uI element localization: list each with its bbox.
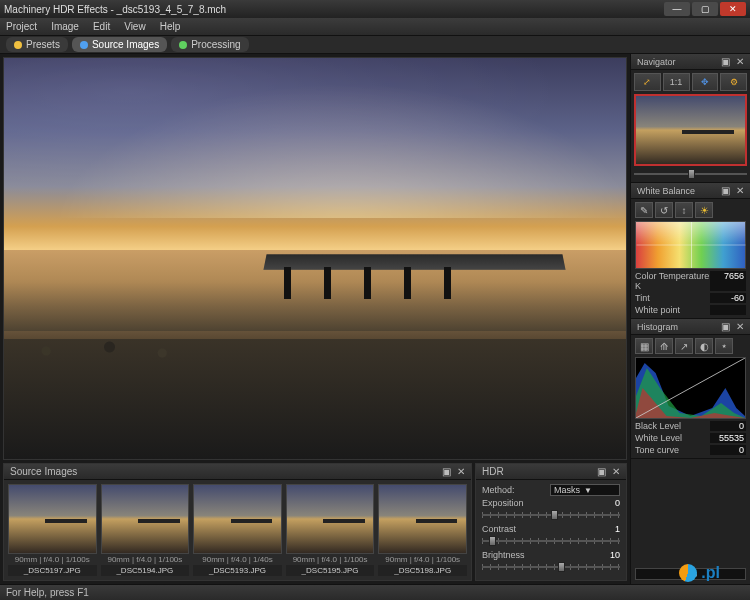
curve-icon[interactable]: ⟰ [655, 338, 673, 354]
white-balance-panel: White Balance▣✕ ✎ ↺ ↕ ☀ Color Temperatur… [631, 183, 750, 319]
collapse-icon[interactable]: ✕ [736, 185, 744, 196]
status-bar: For Help, press F1 [0, 584, 750, 600]
method-select[interactable]: Masks▼ [550, 484, 620, 496]
star-icon[interactable]: ⭑ [715, 338, 733, 354]
thumb-filename: _DSC5198.JPG [378, 565, 467, 576]
histogram-panel: Histogram▣✕ ▦ ⟰ ↗ ◐ ⭑ Bla [631, 319, 750, 459]
hist-label: White Level [635, 433, 710, 443]
collapse-icon[interactable]: ✕ [457, 466, 465, 477]
title-bar: Machinery HDR Effects - _dsc5193_4_5_7_8… [0, 0, 750, 18]
param-value: 0 [586, 498, 620, 508]
param-slider[interactable] [482, 536, 620, 546]
tab-source-images[interactable]: Source Images [72, 37, 167, 52]
param-slider[interactable] [482, 562, 620, 572]
param-value: 1 [586, 524, 620, 534]
menu-edit[interactable]: Edit [93, 21, 110, 32]
undock-icon[interactable]: ▣ [597, 466, 606, 477]
undock-icon[interactable]: ▣ [721, 56, 730, 67]
method-label: Method: [482, 485, 550, 495]
menu-view[interactable]: View [124, 21, 146, 32]
param-slider[interactable] [482, 510, 620, 520]
collapse-icon[interactable]: ✕ [612, 466, 620, 477]
undock-icon[interactable]: ▣ [442, 466, 451, 477]
hdr-panel: HDR ▣ ✕ Method: Masks▼ Exposition0Contra… [475, 463, 627, 581]
collapse-icon[interactable]: ✕ [736, 56, 744, 67]
color-temperature-chart[interactable] [635, 221, 746, 269]
histogram-mode-icon[interactable]: ▦ [635, 338, 653, 354]
hist-value[interactable]: 0 [710, 445, 746, 455]
source-thumbnails: 90mm | f/4.0 | 1/100s_DSC5197.JPG90mm | … [4, 480, 471, 580]
undock-icon[interactable]: ▣ [721, 185, 730, 196]
tab-presets[interactable]: Presets [6, 37, 68, 52]
source-thumb[interactable]: 90mm | f/4.0 | 1/40s_DSC5193.JPG [193, 484, 282, 576]
zoom-100-button[interactable]: 1:1 [663, 73, 690, 91]
thumb-meta: 90mm | f/4.0 | 1/100s [101, 554, 190, 565]
thumb-filename: _DSC5193.JPG [193, 565, 282, 576]
undock-icon[interactable]: ▣ [721, 321, 730, 332]
menu-image[interactable]: Image [51, 21, 79, 32]
navigator-panel: Navigator▣✕ ⤢ 1:1 ✥ ⚙ [631, 54, 750, 183]
wb-label: White point [635, 305, 710, 315]
thumb-meta: 90mm | f/4.0 | 1/40s [193, 554, 282, 565]
wb-label: Color Temperature K [635, 271, 710, 291]
source-thumb[interactable]: 90mm | f/4.0 | 1/100s_DSC5197.JPG [8, 484, 97, 576]
settings-button[interactable]: ⚙ [720, 73, 747, 91]
zoom-slider[interactable] [634, 169, 747, 179]
menu-help[interactable]: Help [160, 21, 181, 32]
status-text: For Help, press F1 [6, 587, 89, 598]
close-button[interactable]: ✕ [720, 2, 746, 16]
auto-wb-icon[interactable]: ↕ [675, 202, 693, 218]
source-thumb[interactable]: 90mm | f/4.0 | 1/100s_DSC5195.JPG [286, 484, 375, 576]
param-label: Brightness [482, 550, 586, 560]
wb-label: Tint [635, 293, 710, 303]
histogram-chart[interactable] [635, 357, 746, 419]
swirl-icon [679, 564, 697, 582]
collapse-icon[interactable]: ✕ [736, 321, 744, 332]
thumb-meta: 90mm | f/4.0 | 1/100s [8, 554, 97, 565]
eyedropper-icon[interactable]: ✎ [635, 202, 653, 218]
navigator-thumbnail[interactable] [634, 94, 747, 166]
wb-value[interactable]: 7656 [710, 271, 746, 291]
clip-icon[interactable]: ◐ [695, 338, 713, 354]
pan-button[interactable]: ✥ [692, 73, 719, 91]
source-thumb[interactable]: 90mm | f/4.0 | 1/100s_DSC5198.JPG [378, 484, 467, 576]
hist-label: Black Level [635, 421, 710, 431]
thumb-filename: _DSC5197.JPG [8, 565, 97, 576]
preview-viewport[interactable] [3, 57, 627, 460]
thumb-meta: 90mm | f/4.0 | 1/100s [378, 554, 467, 565]
mode-tabs: Presets Source Images Processing [0, 36, 750, 54]
source-thumb[interactable]: 90mm | f/4.0 | 1/100s_DSC5194.JPG [101, 484, 190, 576]
hist-value[interactable]: 55535 [710, 433, 746, 443]
window-controls: — ▢ ✕ [662, 2, 746, 16]
hist-label: Tone curve [635, 445, 710, 455]
thumb-filename: _DSC5195.JPG [286, 565, 375, 576]
reset-icon[interactable]: ↺ [655, 202, 673, 218]
param-label: Exposition [482, 498, 586, 508]
wb-value[interactable] [710, 305, 746, 315]
tab-processing[interactable]: Processing [171, 37, 248, 52]
zoom-fit-button[interactable]: ⤢ [634, 73, 661, 91]
linear-icon[interactable]: ↗ [675, 338, 693, 354]
window-title: Machinery HDR Effects - _dsc5193_4_5_7_8… [4, 4, 662, 15]
maximize-button[interactable]: ▢ [692, 2, 718, 16]
param-label: Contrast [482, 524, 586, 534]
param-value: 10 [586, 550, 620, 560]
menu-project[interactable]: Project [6, 21, 37, 32]
panel-title: HDR [482, 466, 504, 477]
thumb-filename: _DSC5194.JPG [101, 565, 190, 576]
minimize-button[interactable]: — [664, 2, 690, 16]
panel-title: Source Images [10, 466, 77, 477]
hist-value[interactable]: 0 [710, 421, 746, 431]
thumb-meta: 90mm | f/4.0 | 1/100s [286, 554, 375, 565]
menu-bar: Project Image Edit View Help [0, 18, 750, 36]
daylight-icon[interactable]: ☀ [695, 202, 713, 218]
source-images-panel: Source Images ▣ ✕ 90mm | f/4.0 | 1/100s_… [3, 463, 472, 581]
wb-value[interactable]: -60 [710, 293, 746, 303]
watermark: .pl [679, 564, 720, 582]
